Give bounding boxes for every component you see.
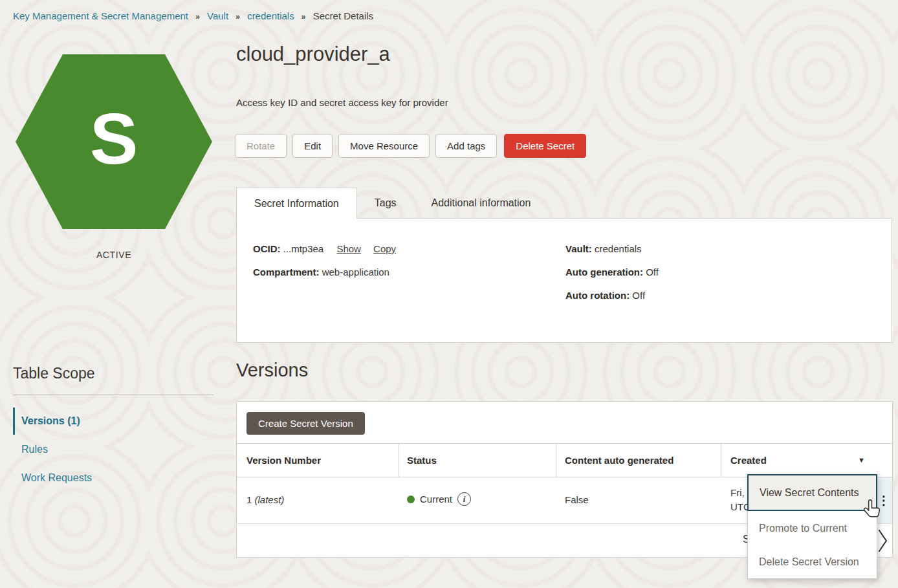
page-title: cloud_provider_a: [236, 43, 390, 66]
auto-generation-value: Off: [646, 267, 659, 278]
status-text: Current: [420, 494, 452, 505]
status-dot-icon: [407, 495, 415, 503]
auto-rotation-value: Off: [632, 290, 645, 301]
breadcrumb-link-key-management[interactable]: Key Management & Secret Management: [13, 10, 188, 21]
sidebar-item-versions[interactable]: Versions (1): [13, 414, 214, 428]
cell-version-number: 1 (latest): [246, 494, 284, 505]
version-note: (latest): [255, 494, 285, 505]
column-divider: [721, 444, 721, 477]
column-header-status[interactable]: Status: [407, 444, 437, 477]
secret-details-page: Key Management & Secret Management » Vau…: [0, 0, 898, 588]
column-divider: [556, 444, 556, 477]
versions-heading: Versions: [236, 360, 308, 381]
kebab-menu-icon[interactable]: ⋮: [878, 494, 890, 506]
row-actions-cell[interactable]: ⋮: [875, 477, 892, 523]
avatar-letter: S: [90, 103, 138, 175]
menu-item-promote-to-current[interactable]: Promote to Current: [748, 511, 877, 545]
delete-secret-button[interactable]: Delete Secret: [504, 134, 586, 158]
add-tags-button[interactable]: Add tags: [435, 134, 497, 158]
breadcrumb-separator-icon: »: [195, 12, 200, 21]
edit-button[interactable]: Edit: [292, 134, 333, 158]
versions-table-header: Version Number Status Content auto gener…: [237, 443, 892, 477]
auto-rotation-row: Auto rotation: Off: [565, 290, 659, 301]
ocid-label: OCID:: [253, 243, 281, 254]
compartment-row: Compartment: web-application: [253, 267, 396, 278]
copy-ocid-link[interactable]: Copy: [373, 243, 396, 254]
tab-additional-information[interactable]: Additional information: [414, 188, 549, 218]
menu-item-view-secret-contents[interactable]: View Secret Contents: [747, 474, 877, 511]
auto-generation-row: Auto generation: Off: [565, 267, 659, 278]
menu-item-delete-secret-version[interactable]: Delete Secret Version: [748, 545, 877, 579]
breadcrumb: Key Management & Secret Management » Vau…: [13, 10, 373, 21]
ocid-row: OCID: ...mtp3ea Show Copy: [253, 243, 396, 254]
secret-information-panel: OCID: ...mtp3ea Show Copy Compartment: w…: [236, 218, 892, 343]
rotate-button[interactable]: Rotate: [235, 134, 287, 158]
vault-label: Vault:: [565, 243, 592, 254]
create-secret-version-button[interactable]: Create Secret Version: [246, 412, 365, 435]
sort-descending-icon[interactable]: ▼: [858, 444, 865, 477]
detail-tabs: Secret Information Tags Additional infor…: [236, 188, 548, 219]
breadcrumb-separator-icon: »: [301, 12, 306, 21]
tab-tags[interactable]: Tags: [357, 188, 414, 218]
info-column-right: Vault: credentials Auto generation: Off …: [565, 243, 659, 313]
auto-generation-label: Auto generation:: [565, 267, 643, 278]
column-divider: [399, 444, 399, 477]
sidebar-item-work-requests[interactable]: Work Requests: [13, 471, 214, 485]
secret-hexagon-avatar: S: [16, 54, 212, 229]
breadcrumb-link-vault[interactable]: Vault: [207, 10, 228, 21]
vault-row: Vault: credentials: [565, 243, 659, 254]
sidebar-item-rules[interactable]: Rules: [13, 442, 214, 457]
action-button-row: Rotate Edit Move Resource Add tags Delet…: [235, 134, 586, 158]
breadcrumb-link-credentials[interactable]: credentials: [247, 10, 294, 21]
scope-divider: [13, 395, 214, 395]
page-description: Access key ID and secret access key for …: [236, 97, 448, 108]
column-header-version-number[interactable]: Version Number: [246, 444, 321, 477]
version-number: 1: [246, 494, 252, 505]
table-scope-title: Table Scope: [13, 365, 95, 382]
status-badge: ACTIVE: [16, 250, 212, 260]
breadcrumb-current: Secret Details: [313, 10, 373, 21]
column-header-created[interactable]: Created: [730, 444, 767, 477]
info-column-left: OCID: ...mtp3ea Show Copy Compartment: w…: [253, 243, 396, 290]
breadcrumb-separator-icon: »: [235, 12, 240, 21]
show-ocid-link[interactable]: Show: [336, 243, 361, 254]
auto-rotation-label: Auto rotation:: [565, 290, 630, 301]
compartment-label: Compartment:: [253, 267, 320, 278]
vault-value: credentials: [595, 243, 642, 254]
row-context-menu: View Secret Contents Promote to Current …: [747, 474, 877, 579]
pagination-next-button[interactable]: [877, 528, 889, 556]
chevron-right-icon: [877, 528, 889, 554]
ocid-value: ...mtp3ea: [283, 243, 324, 254]
cell-status: Current i: [407, 492, 471, 506]
cell-content-auto-generated: False: [565, 494, 589, 505]
info-icon[interactable]: i: [457, 492, 471, 506]
move-resource-button[interactable]: Move Resource: [338, 134, 430, 158]
tab-secret-information[interactable]: Secret Information: [236, 188, 357, 219]
column-header-content-auto-generated[interactable]: Content auto generated: [565, 444, 674, 477]
compartment-value: web-application: [322, 267, 389, 278]
scope-nav: Versions (1) Rules Work Requests: [13, 414, 214, 499]
